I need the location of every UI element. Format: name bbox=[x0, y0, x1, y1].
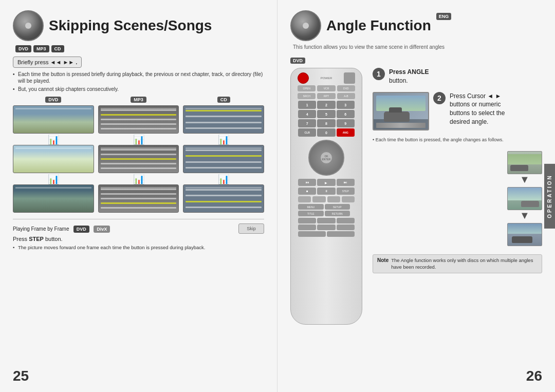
remote-pause[interactable]: ⏸ bbox=[317, 188, 335, 195]
step-2-line1: Press Cursor ◄ ► bbox=[450, 92, 501, 100]
screen-cd-1 bbox=[183, 105, 264, 134]
badge-dvd: DVD bbox=[15, 45, 31, 52]
remote-btn-vcr[interactable]: VCR bbox=[317, 85, 335, 91]
remote-func-title[interactable]: TITLE bbox=[298, 211, 323, 216]
remote-transport-row: ⏮ ▶ ⏭ bbox=[298, 179, 355, 186]
left-page: Skipping Scenes/Songs DVD MP3 CD Briefly… bbox=[0, 0, 278, 392]
screen-road bbox=[376, 123, 425, 128]
remote-num-clear[interactable]: CLR bbox=[298, 128, 316, 137]
remote-num-6[interactable]: 6 bbox=[337, 110, 355, 118]
remote-num-2[interactable]: 2 bbox=[317, 101, 335, 109]
remote-btn-open[interactable]: OPEN bbox=[298, 85, 316, 91]
remote-btn-search[interactable]: SRCH bbox=[298, 93, 316, 99]
remote-func-setup[interactable]: SETUP bbox=[325, 204, 350, 210]
remote-func-menu[interactable]: MENU bbox=[298, 204, 323, 210]
badge-mp3: MP3 bbox=[33, 45, 49, 52]
bottom-header: Playing Frame by Frame DVD DivX Skip bbox=[13, 223, 264, 234]
right-page: Angle Function ENG This function allows … bbox=[278, 0, 555, 392]
note-text: The Angle function works only with discs… bbox=[391, 257, 538, 270]
remote-btn-angle[interactable]: ANG bbox=[337, 128, 355, 137]
remote-vol-down[interactable] bbox=[312, 196, 325, 202]
thumb-arrow-2: ▼ bbox=[520, 210, 530, 220]
remote-num-4[interactable]: 4 bbox=[298, 110, 316, 118]
remote-func-row: MENU SETUP TITLE RETURN bbox=[298, 204, 355, 216]
right-page-header: Angle Function ENG bbox=[290, 10, 542, 41]
left-page-header: Skipping Scenes/Songs bbox=[13, 10, 264, 41]
instruction-symbol: ◄◄ ►► . bbox=[50, 59, 78, 65]
remote-num-0[interactable]: 0 bbox=[317, 128, 335, 137]
remote-nav-circle[interactable]: OKENTER bbox=[308, 140, 344, 176]
thumb-bg-3 bbox=[508, 223, 542, 234]
remote-ch-down[interactable] bbox=[342, 196, 355, 202]
thumb-1-wrapper: ▼ bbox=[507, 151, 542, 184]
screen-mp3-2 bbox=[98, 145, 179, 173]
col-badge-cd: CD bbox=[217, 97, 230, 103]
remote-num-5[interactable]: 5 bbox=[317, 110, 335, 118]
remote-btn-dvd[interactable]: DVD bbox=[337, 85, 355, 91]
remote-vol-up[interactable] bbox=[298, 196, 311, 202]
step-2-container: 2 Press Cursor ◄ ► buttons or numeric bu… bbox=[433, 92, 542, 126]
remote-control: POWER OPEN VCR DVD SRCH RPT A-B 1 bbox=[290, 68, 362, 325]
bullet-item-1: Each time the button is pressed briefly … bbox=[13, 71, 264, 84]
remote-func-return[interactable]: RETURN bbox=[325, 211, 350, 216]
remote-bottom-4[interactable] bbox=[298, 225, 316, 230]
remote-next[interactable]: ⏭ bbox=[337, 179, 355, 186]
col-badge-dvd: DVD bbox=[45, 97, 61, 103]
remote-bottom-7[interactable] bbox=[298, 231, 326, 237]
angle-main-screen bbox=[373, 92, 429, 130]
remote-stop[interactable]: ■ bbox=[298, 188, 316, 195]
arrow-dvd-1: 📊 bbox=[48, 135, 59, 144]
remote-bottom-8[interactable] bbox=[327, 231, 355, 237]
remote-volume-row bbox=[298, 196, 355, 202]
badge-cd: CD bbox=[51, 45, 64, 52]
step-2-area: 2 Press Cursor ◄ ► buttons or numeric bu… bbox=[433, 92, 542, 126]
remote-num-3[interactable]: 3 bbox=[337, 101, 355, 109]
step-1-content: Press ANGLE button. bbox=[389, 68, 542, 85]
screen-mp3-1 bbox=[98, 105, 179, 134]
car-shape bbox=[384, 111, 410, 122]
thumb-arrow-1: ▼ bbox=[520, 174, 530, 184]
remote-nav-center[interactable]: OKENTER bbox=[320, 152, 332, 164]
remote-prev[interactable]: ⏮ bbox=[298, 179, 316, 186]
remote-row-2: OPEN VCR DVD bbox=[295, 85, 358, 91]
remote-bottom-1[interactable] bbox=[298, 218, 316, 223]
thumb-car-body-3 bbox=[512, 236, 532, 243]
screen-dvd-3 bbox=[13, 184, 94, 213]
remote-btn-ab[interactable]: A-B bbox=[337, 93, 355, 99]
bottom-bullet: The picture moves forward one frame each… bbox=[13, 245, 264, 251]
remote-play[interactable]: ▶ bbox=[317, 179, 335, 186]
right-page-title: Angle Function bbox=[326, 17, 431, 34]
remote-bottom-row-2 bbox=[298, 225, 355, 230]
bullet-section: Each time the button is pressed briefly … bbox=[13, 71, 264, 92]
remote-bottom-5[interactable] bbox=[317, 225, 335, 230]
left-badge-row: DVD MP3 CD bbox=[15, 45, 264, 52]
dvd-badge-right: DVD bbox=[290, 58, 305, 64]
remote-bottom-3[interactable] bbox=[337, 218, 355, 223]
remote-ch-up[interactable] bbox=[327, 196, 340, 202]
remote-top-row: POWER bbox=[295, 72, 358, 84]
thumbnail-section: ▼ ▼ bbox=[373, 151, 542, 246]
remote-bottom-6[interactable] bbox=[337, 225, 355, 230]
remote-num-9[interactable]: 9 bbox=[337, 119, 355, 127]
eng-badge: ENG bbox=[436, 13, 452, 20]
remote-num-7[interactable]: 7 bbox=[298, 119, 316, 127]
screen-dvd-1 bbox=[13, 105, 94, 134]
instruction-text: Briefly press bbox=[17, 59, 49, 65]
step-2-number: 2 bbox=[433, 92, 446, 104]
remote-step[interactable]: STEP bbox=[337, 188, 355, 195]
press-step-text: Press STEP button. bbox=[13, 236, 264, 242]
right-page-number: 26 bbox=[526, 368, 542, 384]
step-2-line2: buttons or numeric bbox=[450, 101, 501, 108]
thumb-3-wrapper bbox=[507, 223, 542, 246]
thumb-bg-2 bbox=[508, 188, 542, 200]
col-badge-mp3: MP3 bbox=[131, 97, 146, 103]
thumb-3 bbox=[507, 223, 542, 246]
remote-bottom-2[interactable] bbox=[317, 218, 335, 223]
remote-eject-button[interactable] bbox=[344, 72, 355, 84]
remote-label-power: POWER bbox=[321, 77, 332, 80]
remote-num-1[interactable]: 1 bbox=[298, 101, 316, 109]
remote-btn-repeat[interactable]: RPT bbox=[317, 93, 335, 99]
remote-num-8[interactable]: 8 bbox=[317, 119, 335, 127]
remote-power-button[interactable] bbox=[298, 72, 309, 84]
bottom-badge-divx: DivX bbox=[94, 226, 110, 233]
